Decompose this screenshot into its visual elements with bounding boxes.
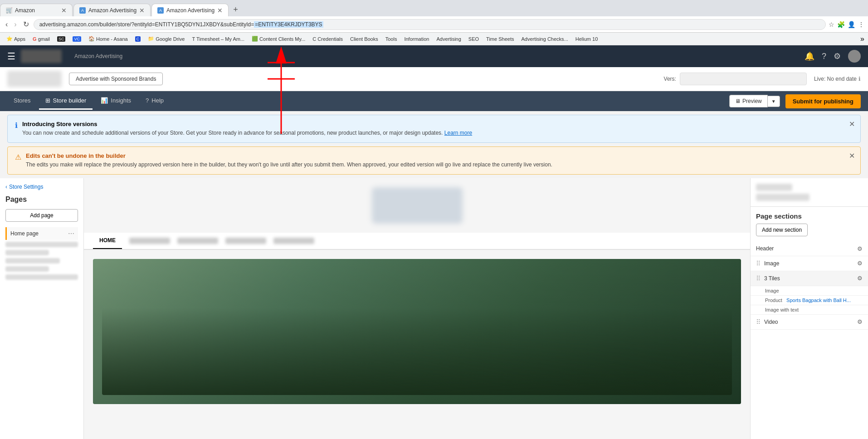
tab-advertising2[interactable]: A Amazon Advertising ✕ bbox=[151, 4, 229, 16]
gdrive-icon: 📁 bbox=[148, 36, 154, 42]
tiles-sub-product: Product Sports Bagpack with Ball H... bbox=[751, 296, 868, 305]
tab-amazon[interactable]: 🛒 Amazon ✕ bbox=[0, 4, 73, 16]
bookmark-client-books[interactable]: Client Books bbox=[347, 35, 381, 43]
video-section-item[interactable]: ⠿ Video ⚙ bbox=[751, 315, 868, 330]
sc-icon: SC bbox=[57, 36, 66, 42]
image-section-item[interactable]: ⠿ Image ⚙ bbox=[751, 256, 868, 271]
tiles-section-group: ⠿ 3 Tiles ⚙ Image Product Sports Bagpack… bbox=[751, 271, 868, 315]
bookmark-gdrive[interactable]: 📁 Google Drive bbox=[145, 35, 187, 43]
bookmark-content-label: Content Clients My... bbox=[259, 36, 305, 42]
bookmark-home-asana[interactable]: 🏠 Home - Asana bbox=[86, 35, 131, 43]
bookmark-asana-label: Home - Asana bbox=[96, 36, 128, 42]
reload-button[interactable]: ↻ bbox=[21, 19, 31, 29]
bookmark-tools[interactable]: Tools bbox=[383, 35, 400, 43]
add-new-section-button[interactable]: Add new section bbox=[756, 224, 808, 236]
profile-icon[interactable]: 👤 bbox=[848, 21, 855, 28]
video-section-label: Video bbox=[764, 319, 857, 325]
tab-close-ad1[interactable]: ✕ bbox=[139, 7, 145, 14]
preview-dropdown-button[interactable]: ▼ bbox=[768, 96, 780, 107]
bookmark-information[interactable]: Information bbox=[401, 35, 432, 43]
warning-alert-close-icon[interactable]: ✕ bbox=[849, 151, 855, 160]
bookmark-sc[interactable]: SC bbox=[54, 35, 68, 43]
tiles-section-label: 3 Tiles bbox=[764, 275, 857, 282]
sidebar-blurred-4 bbox=[5, 266, 49, 272]
info-alert-close-icon[interactable]: ✕ bbox=[849, 120, 855, 128]
bookmark-c[interactable]: C bbox=[132, 35, 144, 43]
insights-nav-item[interactable]: 📊 Insights bbox=[94, 93, 137, 110]
page-item-menu-icon[interactable]: ⋯ bbox=[68, 230, 74, 237]
bookmark-star-icon[interactable]: ☆ bbox=[829, 21, 834, 28]
learn-more-link[interactable]: Learn more bbox=[444, 130, 472, 136]
warning-alert: ⚠ Edits can't be undone in the builder T… bbox=[7, 146, 861, 175]
settings-icon[interactable]: ⚙ bbox=[834, 51, 841, 61]
advertise-sponsored-brands-button[interactable]: Advertise with Sponsored Brands bbox=[69, 73, 163, 85]
address-bar[interactable]: advertising.amazon.com/builder/store/?en… bbox=[34, 19, 826, 30]
header-section-label: Header bbox=[756, 245, 857, 252]
app-header: ☰ Amazon Advertising 🔔 ? ⚙ bbox=[0, 45, 868, 67]
tab-title-ad2: Amazon Advertising bbox=[166, 7, 215, 14]
sub-header: Advertise with Sponsored Brands Vers: Li… bbox=[0, 67, 868, 91]
bookmark-gmail[interactable]: G gmail bbox=[30, 35, 53, 43]
submit-for-publishing-button[interactable]: Submit for publishing bbox=[785, 94, 861, 108]
header-section-gear-icon[interactable]: ⚙ bbox=[857, 245, 863, 252]
tiles-section-item[interactable]: ⠿ 3 Tiles ⚙ bbox=[751, 271, 868, 286]
info-alert-text: You can now create and schedule addition… bbox=[22, 129, 853, 137]
home-page-item[interactable]: Home page ⋯ bbox=[5, 227, 78, 240]
video-section-drag-icon[interactable]: ⠿ bbox=[756, 318, 761, 326]
bookmark-gdrive-label: Google Drive bbox=[156, 36, 185, 42]
image-section-gear-icon[interactable]: ⚙ bbox=[857, 260, 863, 267]
tab-title-amazon: Amazon bbox=[15, 7, 59, 14]
tab-advertising1[interactable]: A Amazon Advertising ✕ bbox=[73, 4, 151, 16]
live-text: Live: No end date bbox=[814, 76, 857, 82]
bookmark-credentials[interactable]: C Credentials bbox=[310, 35, 346, 43]
new-tab-button[interactable]: + bbox=[229, 5, 242, 15]
hamburger-menu-icon[interactable]: ☰ bbox=[7, 51, 15, 62]
nav-tab-blurred-3 bbox=[225, 238, 266, 244]
video-section-gear-icon[interactable]: ⚙ bbox=[857, 318, 863, 325]
header-logo-area bbox=[21, 49, 62, 63]
tab-close-ad2[interactable]: ✕ bbox=[217, 7, 223, 14]
bookmark-helium[interactable]: Helium 10 bbox=[573, 35, 601, 43]
store-settings-back-link[interactable]: ‹ Store Settings bbox=[5, 184, 78, 190]
pages-title: Pages bbox=[5, 195, 78, 204]
bookmark-seo[interactable]: SEO bbox=[466, 35, 482, 43]
add-page-button[interactable]: Add page bbox=[5, 209, 78, 222]
bookmark-ad-checks[interactable]: Advertising Checks... bbox=[518, 35, 571, 43]
canvas-area: HOME bbox=[84, 178, 750, 439]
menu-icon[interactable]: ⋮ bbox=[858, 21, 864, 28]
warning-alert-text: The edits you make will replace the prev… bbox=[26, 161, 853, 169]
tiles-sub-image-with-text: Image with text bbox=[751, 305, 868, 315]
tiles-section-gear-icon[interactable]: ⚙ bbox=[857, 275, 863, 282]
store-header bbox=[84, 178, 750, 233]
tiles-section-drag-icon[interactable]: ⠿ bbox=[756, 275, 761, 282]
store-builder-nav-item[interactable]: ⊞ Store builder bbox=[39, 93, 93, 110]
live-info-icon[interactable]: ℹ bbox=[858, 76, 861, 82]
header-logo bbox=[21, 49, 62, 63]
notifications-icon[interactable]: 🔔 bbox=[805, 51, 814, 61]
bookmark-vc[interactable]: VC bbox=[70, 35, 84, 43]
back-button[interactable]: ‹ bbox=[4, 20, 10, 29]
version-input[interactable] bbox=[680, 73, 807, 85]
right-panel-blurred bbox=[756, 184, 792, 191]
image-section-drag-icon[interactable]: ⠿ bbox=[756, 260, 761, 267]
url-text: advertising.amazon.com/builder/store/?en… bbox=[39, 21, 820, 28]
help-nav-item[interactable]: ? Help bbox=[139, 93, 170, 110]
home-tab[interactable]: HOME bbox=[93, 233, 122, 249]
bookmark-apps[interactable]: ⭐ Apps bbox=[4, 35, 28, 43]
user-avatar[interactable] bbox=[848, 50, 861, 63]
bookmark-content[interactable]: 🟩 Content Clients My... bbox=[249, 35, 308, 43]
preview-button[interactable]: 🖥 Preview bbox=[729, 95, 768, 107]
stores-nav-item[interactable]: Stores bbox=[7, 93, 37, 110]
c-icon: C bbox=[135, 36, 141, 42]
bookmarks-more-icon[interactable]: » bbox=[860, 35, 864, 43]
store-builder-label: Store builder bbox=[53, 97, 87, 104]
bookmark-timesheet[interactable]: T Timesheet – My Am... bbox=[189, 35, 247, 43]
help-icon[interactable]: ? bbox=[822, 52, 826, 61]
content-icon: 🟩 bbox=[252, 36, 258, 42]
bookmark-time-sheets[interactable]: Time Sheets bbox=[483, 35, 517, 43]
forward-button[interactable]: › bbox=[12, 20, 18, 29]
tab-close-amazon[interactable]: ✕ bbox=[61, 7, 67, 14]
header-section-item[interactable]: Header ⚙ bbox=[751, 242, 868, 256]
bookmark-advertising[interactable]: Advertising bbox=[434, 35, 463, 43]
extensions-icon[interactable]: 🧩 bbox=[837, 21, 845, 28]
